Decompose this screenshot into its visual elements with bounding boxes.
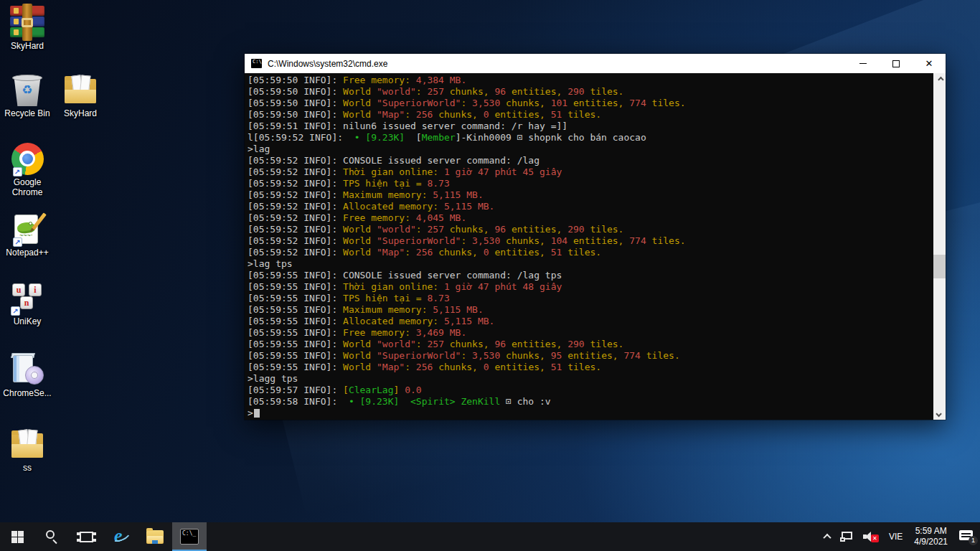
scroll-up-arrow[interactable] (933, 73, 946, 85)
console-text-segment: "Map" (377, 247, 405, 258)
console-output[interactable]: [05:59:50 INFO]: Free memory: 4,384 MB.[… (245, 73, 933, 420)
console-text-segment: chunks, (444, 86, 494, 97)
minimize-button[interactable] (847, 54, 880, 73)
desktop-icon-skyhard-archive[interactable]: SkyHard (1, 4, 53, 51)
desktop-icon-recycle-bin[interactable]: ♻ Recycle Bin (1, 72, 53, 118)
tray-language-indicator[interactable]: VIE (884, 522, 908, 551)
console-text-segment (399, 396, 410, 407)
console-text-segment: entities, (506, 86, 567, 97)
tray-network[interactable] (835, 522, 858, 551)
recycle-bin-icon: ♻ (12, 72, 42, 108)
console-text-segment: 8.73 (427, 178, 449, 189)
console-line: [05:59:51 INFO]: nilun6 issued server co… (248, 121, 933, 132)
console-line: [05:59:55 INFO]: Maximum memory: 5,115 M… (248, 304, 933, 316)
tray-show-hidden-icons[interactable] (819, 522, 835, 551)
console-line: >lag (248, 143, 933, 155)
scrollbar[interactable] (933, 73, 946, 420)
console-line: > (248, 408, 933, 419)
taskbar-item-cmd-active[interactable]: C:\_ (172, 522, 207, 551)
console-line: [05:59:50 INFO]: World "SuperiorWorld": … (248, 98, 933, 109)
console-text-segment: World (343, 350, 377, 361)
scrollbar-thumb[interactable] (933, 255, 946, 278)
taskbar-search-button[interactable] (34, 522, 69, 551)
network-icon (840, 532, 853, 542)
console-text-segment: >lag (248, 143, 270, 154)
console-text-segment: : (416, 339, 428, 349)
tray-volume[interactable]: ✕ (858, 522, 884, 551)
maximize-button[interactable] (880, 54, 913, 73)
console-line: [05:59:55 INFO]: World "world": 257 chun… (248, 339, 933, 350)
console-line: [05:59:55 INFO]: Allocated memory: 5,115… (248, 316, 933, 327)
console-text-segment: Thời gian online: (343, 281, 444, 292)
console-text-segment: entities, (567, 98, 629, 108)
console-text-segment: tiles. (646, 235, 686, 246)
console-text-segment: "Map" (377, 362, 405, 372)
console-text-segment: "SuperiorWorld" (377, 98, 461, 108)
console-text-segment: chunks, (444, 224, 494, 235)
scroll-down-arrow[interactable] (933, 408, 946, 420)
console-line: [05:59:55 INFO]: CONSOLE issued server c… (248, 270, 933, 281)
desktop-icon-chrome-setup[interactable]: ChromeSe... (1, 352, 53, 398)
maximize-icon (892, 60, 900, 67)
console-text-segment: 95 (551, 350, 562, 361)
console-text-segment: tiles. (562, 247, 601, 258)
desktop-icon-unikey[interactable]: u i n ↗ UniKey (1, 280, 53, 326)
console-line: [05:59:50 INFO]: World "Map": 256 chunks… (248, 109, 933, 121)
console-text-segment: [05:59:52 INFO]: (248, 189, 343, 200)
console-text-segment: [05:59:52 INFO]: (248, 166, 343, 177)
text-cursor (254, 409, 260, 418)
task-view-button[interactable] (69, 522, 103, 551)
console-line: >lagg tps (248, 373, 933, 385)
console-text-segment: 101 (551, 98, 567, 108)
minimize-icon (859, 63, 867, 64)
console-text-segment: [05:59:55 INFO]: (248, 339, 343, 349)
desktop-icon-label: Notepad++ (6, 248, 48, 258)
console-text-segment: 256 (416, 109, 433, 120)
desktop-icon-ss-folder[interactable]: ss (1, 426, 53, 473)
console-text-segment: tiles. (585, 224, 624, 235)
console-text-segment: World (343, 86, 377, 97)
console-line: [05:59:52 INFO]: Allocated memory: 5,115… (248, 201, 933, 212)
desktop-icon-notepad-plus-plus[interactable]: ~~~~~~ ↗ Notepad++ (1, 211, 53, 258)
folder-icon (11, 426, 44, 462)
desktop-icon-label: Google Chrome (5, 177, 50, 197)
shortcut-arrow-icon: ↗ (11, 306, 20, 316)
console-line: [05:59:55 INFO]: World "SuperiorWorld": … (248, 350, 933, 362)
console-text-segment: : (405, 247, 416, 258)
start-button[interactable] (0, 522, 34, 551)
desktop-icon-skyhard-folder[interactable]: SkyHard (55, 72, 106, 118)
console-text-segment: World (343, 247, 377, 258)
windows-logo-icon (11, 531, 24, 543)
desktop-icon-label: ChromeSe... (3, 388, 51, 398)
console-text-segment: [05:59:50 INFO]: (248, 75, 343, 85)
action-center-button[interactable]: 1 (954, 522, 980, 551)
system-tray: ✕ VIE 5:59 AM 4/9/2021 1 (819, 522, 980, 551)
console-line: [05:59:50 INFO]: Free memory: 4,384 MB. (248, 75, 933, 86)
close-button[interactable]: ✕ (913, 54, 946, 73)
console-text-segment: 96 (494, 224, 506, 235)
console-text-segment: [05:59:50 INFO]: (248, 109, 343, 120)
chrome-icon: ↗ (11, 141, 44, 176)
console-text-segment: Free memory: (343, 212, 416, 223)
console-line: [05:59:52 INFO]: Free memory: 4,045 MB. (248, 212, 933, 224)
desktop-icon-label: SkyHard (64, 108, 97, 118)
console-text-segment: [05:59:50 INFO]: (248, 86, 343, 97)
console-line: [05:59:58 INFO]: • [9.23K] <Spirit> ZenK… (248, 396, 933, 408)
desktop-icon-google-chrome[interactable]: ↗ Google Chrome (1, 141, 53, 197)
console-text-segment: 0.0 (399, 385, 421, 395)
console-text-segment: 257 (427, 86, 443, 97)
console-text-segment: Free memory: (343, 327, 416, 338)
clock-time: 5:59 AM (914, 526, 948, 537)
taskbar-item-internet-explorer[interactable]: e (103, 522, 138, 551)
taskbar-item-file-explorer[interactable] (138, 522, 172, 551)
tray-clock[interactable]: 5:59 AM 4/9/2021 (908, 526, 954, 547)
console-text-segment: 774 (629, 235, 646, 246)
console-text-segment: World (343, 235, 377, 246)
console-text-segment: [05:59:52 INFO]: CONSOLE issued server c… (248, 155, 540, 166)
console-text-segment: [05:59:52 INFO]: (248, 247, 343, 258)
unikey-icon: u i n ↗ (9, 280, 45, 316)
console-text-segment: : (461, 350, 472, 361)
console-text-segment: • [9.23K] (349, 396, 399, 407)
window-titlebar[interactable]: C:\ C:\Windows\system32\cmd.exe ✕ (245, 54, 946, 73)
console-text-segment: [05:59:52 INFO]: (248, 212, 343, 223)
